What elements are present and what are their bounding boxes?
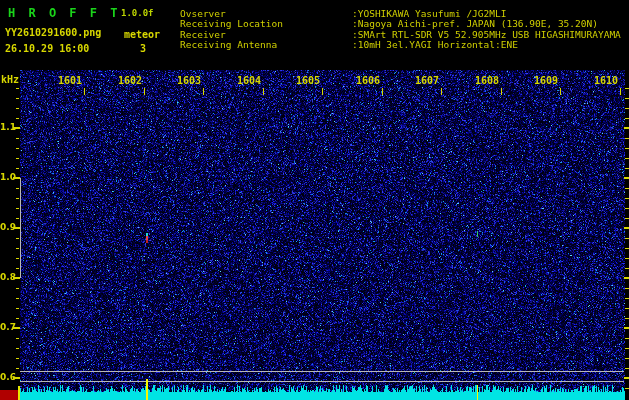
time-tick-label: 1607 [413, 76, 439, 86]
station-row-value: :Nagoya Aichi-pref. JAPAN (136.90E, 35.2… [352, 19, 598, 29]
echo-count: 3 [140, 44, 146, 54]
time-tick-label: 1610 [592, 76, 618, 86]
station-row-label: Receiving Antenna [180, 40, 277, 50]
datetime-label: 26.10.29 16:00 [5, 44, 89, 54]
station-row-label: Ovserver [180, 9, 226, 19]
time-tick-label: 1604 [235, 76, 261, 86]
time-tick-label: 1605 [294, 76, 320, 86]
time-tick-label: 1609 [532, 76, 558, 86]
file-name: YY2610291600.png [5, 28, 101, 38]
app-title: H R O F F T [8, 7, 120, 19]
station-row-value: :SMArt RTL-SDR V5 52.905MHz USB HIGASHIM… [352, 30, 621, 40]
khz-unit-label: kHz [1, 75, 19, 85]
station-row-label: Receiving Location [180, 19, 283, 29]
time-tick-label: 1603 [175, 76, 201, 86]
freq-tick-label: 0.9 [0, 223, 13, 232]
mode-label: meteor [124, 30, 160, 40]
station-row-label: Receiver [180, 30, 226, 40]
spectrogram-canvas [0, 0, 629, 400]
station-row-value: :YOSHIKAWA Yasufumi /JG2MLI [352, 9, 506, 19]
freq-tick-label: 1.1 [0, 123, 13, 132]
freq-tick-label: 0.7 [0, 323, 13, 332]
freq-tick-label: 1.0 [0, 173, 13, 182]
freq-tick-label: 0.6 [0, 373, 13, 382]
station-row-value: :10mH 3el.YAGI Horizontal:ENE [352, 40, 518, 50]
app-version: 1.0.0f [121, 9, 154, 18]
time-tick-label: 1602 [116, 76, 142, 86]
time-tick-label: 1606 [354, 76, 380, 86]
time-tick-label: 1608 [473, 76, 499, 86]
freq-tick-label: 0.8 [0, 273, 13, 282]
time-tick-label: 1601 [56, 76, 82, 86]
hrofft-window: H R O F F T 1.0.0f YY2610291600.png mete… [0, 0, 629, 400]
